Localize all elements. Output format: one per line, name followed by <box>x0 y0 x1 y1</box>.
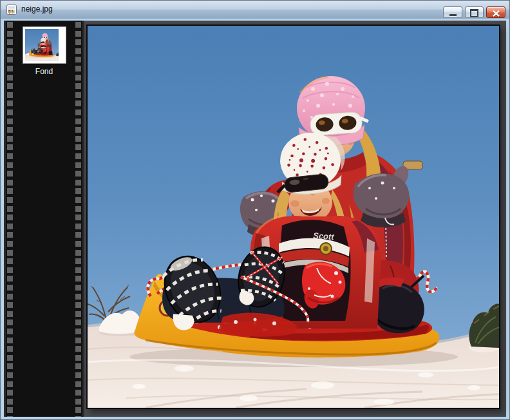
close-icon <box>493 10 500 17</box>
thumbnail-item[interactable] <box>23 26 66 64</box>
titlebar[interactable]: neige.jpg <box>1 1 509 19</box>
image-viewer <box>84 21 506 417</box>
close-button[interactable] <box>486 6 505 18</box>
app-window: neige.jpg <box>0 0 510 420</box>
window-content: Fond <box>4 21 506 417</box>
film-sprockets-right <box>75 21 81 417</box>
maximize-button[interactable] <box>465 6 484 18</box>
photo-canvas[interactable] <box>86 24 500 409</box>
window-title: neige.jpg <box>21 1 53 18</box>
image-file-icon[interactable] <box>6 5 17 15</box>
window-controls <box>443 6 505 18</box>
film-sprockets-left <box>7 21 13 417</box>
filmstrip-panel: Fond <box>4 21 84 417</box>
minimize-icon <box>449 14 457 16</box>
thumbnail-image <box>25 29 59 61</box>
minimize-button[interactable] <box>443 6 462 18</box>
thumbnail-label: Fond <box>35 67 53 76</box>
maximize-icon <box>470 9 478 17</box>
photo-scene <box>88 26 499 408</box>
